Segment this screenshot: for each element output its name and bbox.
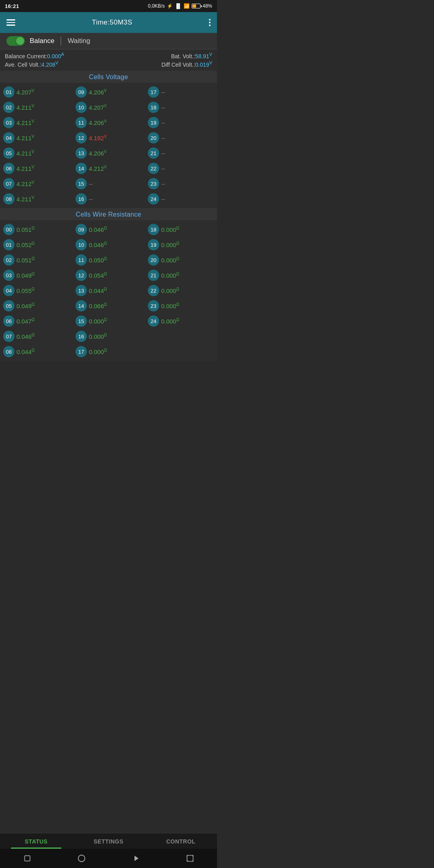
cell-value: 4.211V: [16, 195, 34, 203]
cell-badge: 09: [76, 224, 87, 235]
cell-value: 4.212V: [16, 180, 34, 187]
cell-value: 4.211V: [16, 104, 34, 111]
cell-value: --: [161, 165, 165, 172]
cell-voltage-item: 22 --: [145, 161, 217, 176]
cells-voltage-header: Cells Voltage: [0, 71, 217, 83]
cell-value: 0.066Ω: [89, 302, 107, 309]
ave-cell-volt-item: Ave. Cell Volt.:4.208V: [5, 60, 108, 68]
cell-value: 0.055Ω: [16, 287, 35, 294]
cell-voltage-item: 02 4.211V: [0, 100, 72, 115]
cell-value: --: [89, 196, 93, 203]
cell-badge: 12: [76, 132, 87, 143]
cell-value: 4.212V: [89, 165, 106, 172]
cell-badge: 10: [76, 102, 87, 113]
cells-resistance-grid: 00 0.051Ω 09 0.046Ω 18 0.000Ω 01 0.052Ω …: [0, 220, 217, 361]
cell-badge: 15: [76, 178, 87, 189]
cell-voltage-item: 14 4.212V: [72, 161, 145, 176]
cell-resistance-item: 13 0.044Ω: [72, 283, 145, 298]
cell-badge: 07: [3, 331, 14, 342]
cell-resistance-item: 00 0.051Ω: [0, 222, 72, 237]
cell-resistance-item: 21 0.000Ω: [145, 268, 217, 283]
cell-resistance-item: 05 0.049Ω: [0, 298, 72, 313]
battery-percent: 48%: [203, 3, 212, 9]
toggle-thumb: [16, 37, 24, 45]
cell-badge: 06: [3, 315, 14, 327]
balance-row: Balance Waiting: [0, 33, 217, 49]
cell-badge: 24: [148, 193, 159, 205]
more-button[interactable]: [209, 19, 211, 26]
cell-resistance-item: 04 0.055Ω: [0, 283, 72, 298]
cell-value: 0.000Ω: [161, 317, 179, 325]
status-time: 16:21: [5, 3, 19, 9]
cell-voltage-item: 16 --: [72, 191, 145, 207]
cell-badge: 18: [148, 102, 159, 113]
bat-volt-value: 58.91: [195, 53, 209, 59]
cell-voltage-item: 06 4.211V: [0, 161, 72, 176]
cell-voltage-item: 01 4.207V: [0, 84, 72, 100]
cell-value: --: [161, 196, 165, 203]
wifi-icon: 📶: [184, 3, 190, 9]
cell-value: 0.050Ω: [89, 256, 107, 264]
cell-value: 4.211V: [16, 165, 34, 172]
cell-badge: 03: [3, 117, 14, 128]
cell-value: 0.046Ω: [89, 226, 107, 233]
balance-current-unit: A: [61, 52, 64, 57]
cell-badge: 21: [148, 147, 159, 159]
cell-badge: 21: [148, 270, 159, 281]
cells-resistance-header: Cells Wire Resistance: [0, 208, 217, 220]
cell-value: 0.054Ω: [89, 272, 107, 279]
cell-badge: 19: [148, 117, 159, 128]
balance-divider: [61, 37, 61, 45]
balance-toggle[interactable]: [6, 36, 25, 46]
cell-voltage-item: 15 --: [72, 176, 145, 191]
cell-value: --: [161, 89, 165, 96]
cell-voltage-item: 18 --: [145, 100, 217, 115]
diff-cell-volt-item: Diff Cell Volt.:0.019V: [108, 60, 212, 68]
cell-value: 0.000Ω: [89, 317, 107, 325]
cell-resistance-item: 11 0.050Ω: [72, 252, 145, 268]
network-speed: 0,0KB/s: [148, 3, 165, 9]
cell-value: 4.207V: [16, 88, 34, 96]
cell-value: --: [161, 119, 165, 126]
cell-badge: 03: [3, 270, 14, 281]
cell-value: 0.000Ω: [161, 241, 179, 248]
balance-current-item: Balance Current:0.000A: [5, 52, 108, 59]
cell-value: 0.051Ω: [16, 226, 35, 233]
cell-badge: 23: [148, 178, 159, 189]
cell-value: 0.047Ω: [16, 317, 35, 325]
signal-icon: ▐▌: [175, 3, 182, 9]
cell-value: 4.192V: [89, 134, 106, 141]
cell-value: 0.049Ω: [16, 302, 35, 309]
ave-cell-volt-value: 4.208: [41, 61, 55, 68]
toggle-track[interactable]: [6, 36, 25, 46]
cell-voltage-item: 23 --: [145, 176, 217, 191]
cell-voltage-item: 05 4.211V: [0, 145, 72, 161]
cell-value: 4.206V: [89, 149, 106, 157]
cell-resistance-item: 16 0.000Ω: [72, 329, 145, 344]
cells-voltage-grid: 01 4.207V 09 4.206V 17 -- 02 4.211V 10 4…: [0, 83, 217, 208]
cell-resistance-item: 19 0.000Ω: [145, 237, 217, 252]
cell-badge: 24: [148, 315, 159, 327]
cell-badge: 08: [3, 193, 14, 205]
menu-button[interactable]: [6, 19, 15, 26]
cell-value: 0.051Ω: [16, 256, 35, 264]
cell-badge: 02: [3, 254, 14, 266]
cell-badge: 22: [148, 163, 159, 174]
cell-value: 0.046Ω: [16, 333, 35, 340]
cell-value: --: [161, 104, 165, 111]
cell-badge: 20: [148, 132, 159, 143]
cell-voltage-item: 10 4.207V: [72, 100, 145, 115]
balance-status: Waiting: [68, 37, 90, 45]
cell-badge: 16: [76, 193, 87, 205]
cell-voltage-item: 19 --: [145, 115, 217, 130]
cell-badge: 16: [76, 331, 87, 342]
cell-resistance-item: 06 0.047Ω: [0, 313, 72, 329]
diff-cell-volt-label: Diff Cell Volt.:: [162, 61, 195, 68]
cell-voltage-item: 04 4.211V: [0, 130, 72, 145]
cell-voltage-item: 17 --: [145, 84, 217, 100]
cell-value: --: [161, 135, 165, 141]
cell-badge: 17: [148, 86, 159, 98]
cell-value: 4.211V: [16, 149, 34, 157]
cell-resistance-item: [145, 344, 217, 359]
ave-cell-volt-unit: V: [55, 60, 58, 65]
